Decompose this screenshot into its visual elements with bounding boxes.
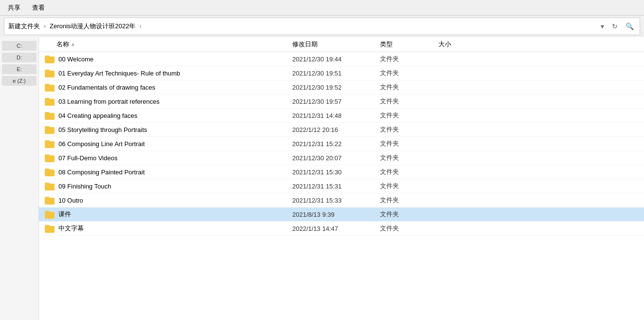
file-name-label: 00 Welcome — [58, 56, 94, 63]
file-name-cell: 07 Full-Demo Videos — [39, 153, 292, 162]
sidebar-item-d[interactable]: D: — [2, 53, 37, 62]
folder-icon — [45, 168, 55, 176]
sidebar: C: D: E: e (Z:) — [0, 37, 39, 320]
sidebar-item-c[interactable]: C: — [2, 41, 37, 51]
file-name-cell: 中文字幕 — [39, 224, 292, 233]
view-button[interactable]: 查看 — [30, 2, 47, 13]
address-bar: 新建文件夹 › Zeronis动漫人物设计班2022年 › ▾ ↻ 🔍 — [4, 18, 640, 35]
file-name-label: 10 Outro — [58, 197, 83, 204]
table-row[interactable]: 07 Full-Demo Videos 2021/12/30 20:07 文件夹 — [39, 151, 644, 165]
file-name-cell: 06 Composing Line Art Portrait — [39, 139, 292, 148]
refresh-icon[interactable]: ↻ — [610, 21, 620, 31]
table-row[interactable]: 00 Welcome 2021/12/30 19:44 文件夹 — [39, 52, 644, 66]
table-row[interactable]: 09 Finishing Touch 2021/12/31 15:31 文件夹 — [39, 179, 644, 193]
folder-icon — [45, 83, 55, 92]
sidebar-item-z[interactable]: e (Z:) — [2, 76, 37, 86]
folder-icon — [45, 196, 55, 205]
file-date-cell: 2021/12/31 14:48 — [292, 112, 380, 119]
table-row[interactable]: 课件 2021/8/13 9:39 文件夹 — [39, 207, 644, 222]
file-name-cell: 10 Outro — [39, 196, 292, 205]
folder-icon — [45, 97, 55, 106]
address-right: ▾ ↻ 🔍 — [599, 21, 636, 31]
file-date-cell: 2021/12/31 15:30 — [292, 169, 380, 176]
file-name-label: 09 Finishing Touch — [58, 183, 111, 190]
table-row[interactable]: 中文字幕 2022/1/13 14:47 文件夹 — [39, 222, 644, 236]
file-date-cell: 2021/12/31 15:31 — [292, 183, 380, 190]
file-date-cell: 2021/8/13 9:39 — [292, 211, 380, 218]
folder-icon — [45, 69, 55, 77]
folder-icon — [45, 224, 55, 233]
col-header-date[interactable]: 修改日期 — [292, 40, 380, 49]
file-date-cell: 2021/12/30 19:51 — [292, 70, 380, 77]
table-row[interactable]: 02 Fundamentals of drawing faces 2021/12… — [39, 80, 644, 94]
file-date-cell: 2021/12/31 15:33 — [292, 197, 380, 204]
file-name-cell: 03 Learning from portrait references — [39, 97, 292, 106]
col-name-label: 名称 — [57, 40, 69, 49]
file-type-cell: 文件夹 — [380, 153, 438, 162]
file-name-label: 课件 — [58, 210, 71, 219]
sidebar-item-e[interactable]: E: — [2, 64, 37, 74]
table-row[interactable]: 01 Everyday Art Techniques- Rule of thum… — [39, 66, 644, 80]
file-name-cell: 课件 — [39, 210, 292, 219]
file-type-cell: 文件夹 — [380, 125, 438, 134]
file-name-label: 04 Creating appealing faces — [58, 112, 137, 119]
file-date-cell: 2022/1/13 14:47 — [292, 225, 380, 232]
file-type-cell: 文件夹 — [380, 224, 438, 233]
column-headers: 名称 ∧ 修改日期 类型 大小 — [39, 37, 644, 52]
share-button[interactable]: 共享 — [6, 2, 22, 13]
file-date-cell: 2022/1/12 20:16 — [292, 126, 380, 133]
file-name-label: 07 Full-Demo Videos — [58, 154, 117, 162]
file-type-cell: 文件夹 — [380, 55, 438, 63]
file-date-cell: 2021/12/30 19:52 — [292, 84, 380, 91]
file-list-content: 名称 ∧ 修改日期 类型 大小 00 Welcome 2021/12/30 19… — [39, 37, 644, 320]
table-row[interactable]: 03 Learning from portrait references 202… — [39, 94, 644, 109]
table-row[interactable]: 04 Creating appealing faces 2021/12/31 1… — [39, 109, 644, 123]
folder-icon — [45, 139, 55, 148]
main-layout: C: D: E: e (Z:) 名称 ∧ 修改日期 类型 大小 00 Welco… — [0, 37, 644, 320]
chevron-down-icon[interactable]: ▾ — [599, 21, 606, 31]
file-name-label: 05 Storytelling through Portraits — [58, 126, 147, 133]
file-name-cell: 09 Finishing Touch — [39, 182, 292, 190]
file-type-cell: 文件夹 — [380, 83, 438, 92]
file-type-cell: 文件夹 — [380, 111, 438, 120]
table-row[interactable]: 06 Composing Line Art Portrait 2021/12/3… — [39, 137, 644, 151]
file-name-cell: 08 Composing Painted Portrait — [39, 168, 292, 176]
file-name-cell: 00 Welcome — [39, 55, 292, 63]
file-rows-container: 00 Welcome 2021/12/30 19:44 文件夹 01 Every… — [39, 52, 644, 236]
file-type-cell: 文件夹 — [380, 210, 438, 219]
file-type-cell: 文件夹 — [380, 168, 438, 176]
table-row[interactable]: 10 Outro 2021/12/31 15:33 文件夹 — [39, 193, 644, 207]
folder-icon — [45, 125, 55, 134]
folder-icon — [45, 210, 55, 219]
file-type-cell: 文件夹 — [380, 196, 438, 205]
breadcrumb-folder[interactable]: Zeronis动漫人物设计班2022年 — [50, 22, 135, 31]
breadcrumb-sep-1: › — [44, 23, 46, 30]
col-header-name[interactable]: 名称 ∧ — [39, 40, 292, 49]
file-name-cell: 01 Everyday Art Techniques- Rule of thum… — [39, 69, 292, 77]
file-type-cell: 文件夹 — [380, 69, 438, 77]
file-name-label: 01 Everyday Art Techniques- Rule of thum… — [58, 70, 180, 77]
file-name-label: 02 Fundamentals of drawing faces — [58, 84, 155, 91]
breadcrumb-sep-2: › — [139, 23, 141, 30]
folder-icon — [45, 182, 55, 190]
col-header-size[interactable]: 大小 — [438, 40, 487, 49]
breadcrumb-root[interactable]: 新建文件夹 — [8, 22, 40, 31]
file-date-cell: 2021/12/30 19:44 — [292, 56, 380, 63]
folder-icon — [45, 55, 55, 63]
file-type-cell: 文件夹 — [380, 139, 438, 148]
table-row[interactable]: 08 Composing Painted Portrait 2021/12/31… — [39, 165, 644, 179]
search-icon[interactable]: 🔍 — [624, 21, 636, 31]
file-date-cell: 2021/12/30 20:07 — [292, 154, 380, 162]
file-name-cell: 02 Fundamentals of drawing faces — [39, 83, 292, 92]
toolbar: 共享 查看 — [0, 0, 644, 16]
file-name-cell: 05 Storytelling through Portraits — [39, 125, 292, 134]
folder-icon — [45, 111, 55, 120]
col-header-type[interactable]: 类型 — [380, 40, 438, 49]
folder-icon — [45, 153, 55, 162]
file-type-cell: 文件夹 — [380, 97, 438, 106]
file-date-cell: 2021/12/30 19:57 — [292, 98, 380, 105]
file-date-cell: 2021/12/31 15:22 — [292, 140, 380, 148]
table-row[interactable]: 05 Storytelling through Portraits 2022/1… — [39, 123, 644, 137]
file-name-label: 中文字幕 — [58, 224, 84, 233]
file-name-label: 06 Composing Line Art Portrait — [58, 140, 145, 148]
